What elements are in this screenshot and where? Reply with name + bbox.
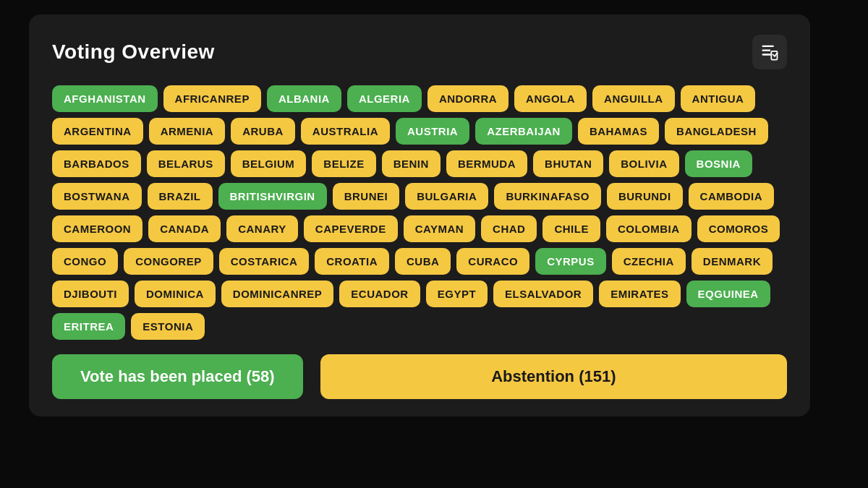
voting-icon bbox=[752, 35, 787, 69]
country-tag-denmark[interactable]: DENMARK bbox=[692, 248, 773, 275]
country-tag-afghanistan[interactable]: AFGHANISTAN bbox=[52, 85, 158, 112]
country-tag-belarus[interactable]: BELARUS bbox=[147, 150, 225, 177]
country-tag-dominicanrep[interactable]: DOMINICANREP bbox=[221, 281, 334, 307]
svg-rect-0 bbox=[762, 46, 774, 47]
country-tag-cambodia[interactable]: CAMBODIA bbox=[689, 183, 775, 210]
country-tag-belize[interactable]: BELIZE bbox=[312, 150, 375, 177]
country-tag-benin[interactable]: BENIN bbox=[382, 150, 441, 177]
country-tag-croatia[interactable]: CROATIA bbox=[315, 248, 389, 275]
modal-header: Voting Overview bbox=[52, 35, 787, 69]
country-tag-angola[interactable]: ANGOLA bbox=[514, 85, 587, 112]
country-tag-eritrea[interactable]: ERITREA bbox=[52, 313, 125, 340]
country-tag-dominica[interactable]: DOMINICA bbox=[135, 281, 216, 307]
country-tag-armenia[interactable]: ARMENIA bbox=[149, 118, 226, 145]
country-tag-bangladesh[interactable]: BANGLADESH bbox=[665, 118, 768, 145]
modal-title: Voting Overview bbox=[52, 40, 215, 64]
country-tag-bulgaria[interactable]: BULGARIA bbox=[405, 183, 488, 210]
country-tag-aruba[interactable]: ARUBA bbox=[231, 118, 295, 145]
country-tag-bostwana[interactable]: BOSTWANA bbox=[52, 183, 142, 210]
tags-container: AFGHANISTANAFRICANREPALBANIAALGERIAANDOR… bbox=[52, 85, 787, 340]
svg-rect-2 bbox=[762, 53, 773, 55]
country-tag-bosnia[interactable]: BOSNIA bbox=[685, 150, 752, 177]
country-tag-egypt[interactable]: EGYPT bbox=[426, 281, 488, 307]
country-tag-comoros[interactable]: COMOROS bbox=[697, 215, 780, 242]
country-tag-burkinafaso[interactable]: BURKINAFASO bbox=[494, 183, 601, 210]
country-tag-curaco[interactable]: CURACO bbox=[456, 248, 529, 275]
country-tag-anguilla[interactable]: ANGUILLA bbox=[592, 85, 675, 112]
country-tag-argentina[interactable]: ARGENTINA bbox=[52, 118, 143, 145]
country-tag-australia[interactable]: AUSTRALIA bbox=[301, 118, 390, 145]
abstention-button[interactable]: Abstention (151) bbox=[320, 354, 787, 399]
country-tag-brunei[interactable]: BRUNEI bbox=[333, 183, 400, 210]
country-tag-austria[interactable]: AUSTRIA bbox=[396, 118, 469, 145]
country-tag-cyrpus[interactable]: CYRPUS bbox=[535, 248, 606, 275]
country-tag-chad[interactable]: CHAD bbox=[481, 215, 537, 242]
country-tag-bolivia[interactable]: BOLIVIA bbox=[609, 150, 678, 177]
country-tag-colombia[interactable]: COLOMBIA bbox=[606, 215, 692, 242]
country-tag-andorra[interactable]: ANDORRA bbox=[427, 85, 509, 112]
country-tag-chile[interactable]: CHILE bbox=[542, 215, 600, 242]
country-tag-algeria[interactable]: ALGERIA bbox=[347, 85, 422, 112]
country-tag-costarica[interactable]: COSTARICA bbox=[219, 248, 310, 275]
vote-placed-button[interactable]: Vote has been placed (58) bbox=[52, 354, 303, 399]
country-tag-burundi[interactable]: BURUNDI bbox=[607, 183, 683, 210]
country-tag-cameroon[interactable]: CAMEROON bbox=[52, 215, 142, 242]
country-tag-congo[interactable]: CONGO bbox=[52, 248, 118, 275]
country-tag-bahamas[interactable]: BAHAMAS bbox=[578, 118, 659, 145]
country-tag-eqguinea[interactable]: EQGUINEA bbox=[686, 281, 770, 307]
country-tag-emirates[interactable]: EMIRATES bbox=[599, 281, 680, 307]
country-tag-bhutan[interactable]: BHUTAN bbox=[533, 150, 603, 177]
country-tag-canada[interactable]: CANADA bbox=[148, 215, 221, 242]
country-tag-africanrep[interactable]: AFRICANREP bbox=[163, 85, 261, 112]
svg-rect-1 bbox=[762, 50, 771, 51]
country-tag-cuba[interactable]: CUBA bbox=[395, 248, 451, 275]
country-tag-antigua[interactable]: ANTIGUA bbox=[681, 85, 756, 112]
country-tag-congorep[interactable]: CONGOREP bbox=[124, 248, 213, 275]
country-tag-belgium[interactable]: BELGIUM bbox=[231, 150, 307, 177]
country-tag-canary[interactable]: CANARY bbox=[226, 215, 298, 242]
country-tag-elsalvador[interactable]: ELSALVADOR bbox=[493, 281, 593, 307]
country-tag-djibouti[interactable]: DJIBOUTI bbox=[52, 281, 129, 307]
country-tag-azerbaijan[interactable]: AZERBAIJAN bbox=[475, 118, 572, 145]
country-tag-estonia[interactable]: ESTONIA bbox=[131, 313, 205, 340]
voting-modal: Voting Overview AFGHANISTANAFRICANREPALB… bbox=[29, 14, 810, 416]
country-tag-albania[interactable]: ALBANIA bbox=[267, 85, 341, 112]
country-tag-ecuador[interactable]: ECUADOR bbox=[339, 281, 420, 307]
country-tag-britishvirgin[interactable]: BRITISHVIRGIN bbox=[218, 183, 327, 210]
country-tag-barbados[interactable]: BARBADOS bbox=[52, 150, 141, 177]
country-tag-brazil[interactable]: BRAZIL bbox=[148, 183, 213, 210]
country-tag-bermuda[interactable]: BERMUDA bbox=[446, 150, 527, 177]
country-tag-czechia[interactable]: CZECHIA bbox=[612, 248, 686, 275]
footer-buttons: Vote has been placed (58) Abstention (15… bbox=[52, 354, 787, 399]
country-tag-capeverde[interactable]: CAPEVERDE bbox=[304, 215, 398, 242]
country-tag-cayman[interactable]: CAYMAN bbox=[404, 215, 475, 242]
